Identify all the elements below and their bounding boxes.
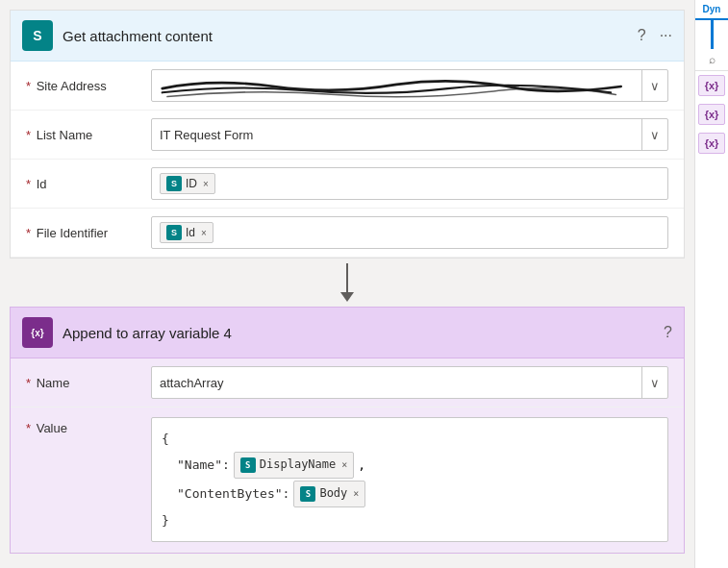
site-address-field[interactable]: ∨ [151, 69, 668, 102]
list-name-chevron[interactable]: ∨ [641, 119, 667, 150]
card1-title: Get attachment content [63, 28, 628, 44]
scribble-overlay [152, 70, 641, 101]
card2-header: {x} Append to array variable 4 ? [11, 308, 684, 358]
card2-body: * Name attachArray ∨ * Value [11, 358, 684, 553]
value-close-brace-line: } [162, 509, 658, 531]
site-address-row: * Site Address [11, 62, 684, 111]
sidebar-dyn-label: Dyn [695, 0, 728, 20]
content-json-key: "ContentBytes": [177, 482, 289, 505]
body-tag-icon: S [300, 486, 315, 502]
card2-help-icon[interactable]: ? [664, 324, 672, 341]
sidebar-blue-bar [711, 20, 714, 49]
value-editor[interactable]: { "Name": S DisplayName × , [151, 417, 668, 542]
file-identifier-tag: S Id × [160, 222, 213, 243]
name-comma: , [358, 454, 365, 476]
file-identifier-field[interactable]: S Id × [151, 216, 668, 249]
open-brace: { [162, 428, 169, 450]
arrow-down [340, 263, 354, 302]
value-content-line: "ContentBytes": S Body × [162, 481, 658, 507]
list-name-row: * List Name IT Request Form ∨ [11, 111, 684, 160]
sidebar-variable-icon-3: {x} [705, 137, 719, 149]
append-array-card: {x} Append to array variable 4 ? * Name … [10, 307, 685, 554]
name-label: * Name [26, 376, 151, 390]
card1-actions: ? ··· [638, 27, 672, 44]
card1-header: S Get attachment content ? ··· [11, 11, 684, 62]
file-identifier-tag-icon: S [166, 225, 182, 240]
sharepoint-icon: S [22, 20, 53, 51]
value-row: * Value { "Name": S DisplayName [11, 407, 684, 553]
variable-icon: {x} [22, 317, 53, 348]
display-name-tag-close[interactable]: × [341, 457, 347, 474]
search-icon[interactable]: ⌕ [709, 53, 715, 66]
body-tag-close[interactable]: × [353, 485, 359, 503]
name-input-container[interactable]: attachArray ∨ [151, 366, 668, 399]
name-field[interactable]: attachArray ∨ [151, 366, 668, 399]
card2-title: Append to array variable 4 [63, 325, 654, 341]
sidebar-variable-icon-1: {x} [705, 80, 719, 91]
site-address-input[interactable]: ∨ [151, 69, 668, 102]
site-address-label: * Site Address [26, 79, 151, 93]
arrow-line [346, 263, 348, 292]
file-identifier-tag-label: Id [186, 226, 195, 239]
file-identifier-row: * File Identifier S Id × [11, 209, 684, 258]
sidebar-search[interactable]: ⌕ [695, 49, 728, 71]
name-json-key: "Name": [177, 454, 230, 476]
id-input[interactable]: S ID × [151, 167, 668, 200]
list-name-label: * List Name [26, 128, 151, 142]
sidebar-variable-icon-2: {x} [705, 109, 719, 120]
value-field[interactable]: { "Name": S DisplayName × , [151, 417, 668, 542]
arrow-connector [10, 259, 685, 307]
list-name-input[interactable]: IT Request Form ∨ [151, 118, 668, 151]
id-label: * Id [26, 177, 151, 191]
list-name-field[interactable]: IT Request Form ∨ [151, 118, 668, 151]
right-sidebar: Dyn ⌕ {x} {x} {x} [694, 0, 728, 568]
more-icon[interactable]: ··· [660, 27, 672, 44]
arrow-head [340, 292, 354, 302]
body-tag: S Body × [293, 481, 365, 507]
id-tag-icon: S [166, 176, 182, 191]
name-value: attachArray [152, 371, 641, 395]
id-tag: S ID × [160, 173, 215, 194]
display-name-tag: S DisplayName × [234, 452, 355, 479]
sidebar-item-3[interactable]: {x} [698, 133, 725, 154]
id-row: * Id S ID × [11, 160, 684, 209]
value-open-brace-line: { [162, 428, 658, 450]
value-label: * Value [26, 417, 151, 435]
sidebar-item-1[interactable]: {x} [698, 75, 725, 96]
id-tag-close[interactable]: × [203, 179, 209, 189]
file-identifier-label: * File Identifier [26, 226, 151, 240]
help-icon[interactable]: ? [638, 27, 646, 44]
id-field[interactable]: S ID × [151, 167, 668, 200]
file-identifier-input[interactable]: S Id × [151, 216, 668, 249]
site-address-chevron[interactable]: ∨ [641, 70, 667, 101]
value-name-line: "Name": S DisplayName × , [162, 452, 658, 479]
name-row: * Name attachArray ∨ [11, 358, 684, 407]
card1-body: * Site Address [11, 62, 684, 258]
display-name-tag-label: DisplayName [260, 455, 336, 476]
card2-actions: ? [664, 324, 672, 341]
list-name-value: IT Request Form [152, 123, 641, 147]
body-tag-label: Body [319, 483, 347, 505]
close-brace: } [162, 509, 169, 531]
get-attachment-card: S Get attachment content ? ··· * Site Ad… [10, 10, 685, 259]
name-chevron[interactable]: ∨ [641, 367, 667, 398]
id-tag-label: ID [186, 177, 197, 190]
sidebar-item-2[interactable]: {x} [698, 104, 725, 125]
display-name-tag-icon: S [240, 457, 256, 473]
file-identifier-tag-close[interactable]: × [201, 228, 207, 238]
